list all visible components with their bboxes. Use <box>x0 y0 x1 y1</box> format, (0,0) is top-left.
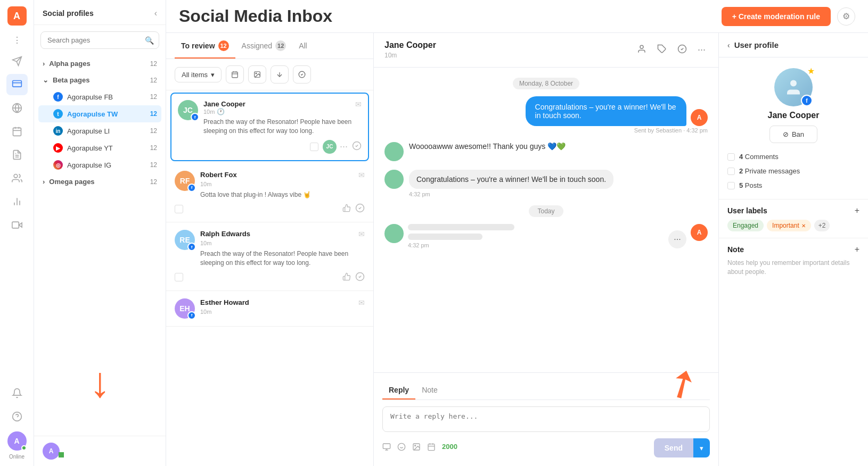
nav-people[interactable] <box>6 168 28 189</box>
sidebar-item-agorapulse-yt[interactable]: ▶ Agorapulse YT 12 <box>38 139 161 156</box>
outgoing-bubble: Congratulations – you're a winner! We'll… <box>526 96 686 126</box>
svg-marker-15 <box>19 223 22 227</box>
label-close-icon[interactable]: ✕ <box>801 223 806 229</box>
nav-bell[interactable] <box>6 382 28 404</box>
note-title: Note <box>727 245 744 254</box>
label-important[interactable]: Important ✕ <box>767 220 811 231</box>
sidebar-close-button[interactable]: ‹ <box>154 9 157 18</box>
esther-howard-avatar: EH f <box>175 298 195 319</box>
svg-point-34 <box>398 443 405 450</box>
message-options-button[interactable]: ··· <box>668 230 686 248</box>
sidebar-section: › Alpha pages 12 ⌄ Beta pages 12 f Agora… <box>34 55 166 190</box>
smiley-tool[interactable] <box>382 443 391 453</box>
like-button-robert[interactable] <box>342 204 351 214</box>
nav-help[interactable] <box>6 406 28 427</box>
sidebar-group-beta-label: ⌄ Beta pages <box>43 76 89 84</box>
message-card-robert-fox[interactable]: RF f Robert Fox 10m ✉ <box>166 163 373 223</box>
message-card-jane-cooper[interactable]: JC f Jane Cooper <box>170 93 369 161</box>
nav-video[interactable] <box>6 214 28 236</box>
incoming-time-2: 4:32 pm <box>409 191 613 197</box>
svg-point-30 <box>640 45 643 48</box>
label-engaged[interactable]: Engaged <box>727 220 764 231</box>
jane-checkbox[interactable] <box>310 143 318 151</box>
check-button-ralph[interactable] <box>355 272 365 283</box>
blurred-message: 4:32 pm ··· A <box>384 224 708 248</box>
ban-button[interactable]: ⊘ Ban <box>769 126 817 143</box>
label-icon[interactable] <box>655 42 669 59</box>
sender-avatar-2: A <box>691 224 708 241</box>
sidebar-group-omega[interactable]: › Omega pages 12 <box>38 173 161 190</box>
check-action-icon[interactable] <box>675 42 689 59</box>
blurred-time: 4:32 pm <box>408 242 514 248</box>
send-button[interactable]: Send <box>654 438 693 457</box>
reply-area: Reply Note <box>374 372 718 466</box>
sidebar-item-agorapulse-ig[interactable]: ◎ Agorapulse IG 12 <box>38 156 161 173</box>
tab-assigned[interactable]: Assigned 12 <box>235 33 293 59</box>
approve-button[interactable] <box>352 141 362 152</box>
sidebar-item-agorapulse-fb[interactable]: f Agorapulse FB 12 <box>38 88 161 105</box>
ralph-author: Ralph Edwards <box>200 230 250 238</box>
calendar-tool[interactable] <box>427 443 436 453</box>
conversation-panel: Jane Cooper 10m ··· <box>374 33 719 466</box>
nav-send[interactable] <box>6 51 28 72</box>
send-dropdown-button[interactable]: ▾ <box>693 438 710 457</box>
robert-checkbox[interactable] <box>175 205 183 213</box>
stat-posts[interactable]: 5 Posts <box>727 178 859 193</box>
comments-checkbox[interactable] <box>727 153 735 161</box>
image-filter-button[interactable] <box>248 65 266 84</box>
message-card-esther-howard[interactable]: EH f Esther Howard 10m ✉ <box>166 291 373 327</box>
reply-bottom: 2000 Send ▾ <box>382 438 710 457</box>
app-logo: A <box>7 6 27 26</box>
check-filter-button[interactable] <box>293 65 311 84</box>
nav-inbox[interactable] <box>6 74 28 95</box>
nav-document[interactable] <box>6 144 28 165</box>
incoming-bubble-2: Congratulations – you're a winner! We'll… <box>409 170 613 189</box>
more-actions-icon[interactable]: ··· <box>695 42 708 59</box>
menu-dots[interactable]: ⋮ <box>10 32 24 48</box>
all-items-dropdown[interactable]: All items ▾ <box>175 67 222 82</box>
sidebar-group-beta[interactable]: ⌄ Beta pages 12 <box>38 72 161 88</box>
profile-name: Jane Cooper <box>768 111 820 120</box>
icon-bar: A ⋮ <box>0 0 34 466</box>
label-more[interactable]: +2 <box>814 220 830 231</box>
stat-private-messages[interactable]: 2 Private messages <box>727 164 859 178</box>
tab-all[interactable]: All <box>292 34 314 57</box>
chevron-right-icon: › <box>43 60 45 68</box>
label-tags: Engaged Important ✕ +2 <box>727 220 859 231</box>
robert-time: 10m <box>200 181 211 187</box>
settings-icon[interactable]: ⚙ <box>837 7 855 26</box>
profile-back-button[interactable]: ‹ <box>727 41 730 49</box>
reply-input[interactable] <box>382 406 710 432</box>
stat-comments[interactable]: 4 Comments <box>727 149 859 164</box>
notes-section: Note + Notes help you remember important… <box>719 238 868 283</box>
sort-button[interactable] <box>271 65 289 84</box>
private-messages-checkbox[interactable] <box>727 168 735 175</box>
sidebar-item-agorapulse-li[interactable]: in Agorapulse LI 12 <box>38 122 161 139</box>
sidebar-group-alpha[interactable]: › Alpha pages 12 <box>38 55 161 72</box>
like-button-ralph[interactable] <box>342 272 351 282</box>
search-input[interactable] <box>40 31 159 49</box>
nav-globe[interactable] <box>6 97 28 119</box>
calendar-filter-button[interactable] <box>226 65 244 84</box>
more-options-icon[interactable]: ··· <box>340 141 348 152</box>
add-note-button[interactable]: + <box>855 245 859 254</box>
check-button-robert[interactable] <box>355 203 365 214</box>
image-tool[interactable] <box>412 443 421 453</box>
add-label-button[interactable]: + <box>855 206 859 215</box>
tab-to-review[interactable]: To review 12 <box>175 33 235 59</box>
sidebar-item-agorapulse-tw[interactable]: t Agorapulse TW 12 <box>38 105 161 122</box>
sidebar-group-omega-label: › Omega pages <box>43 178 95 186</box>
reply-tab[interactable]: Reply <box>382 381 415 400</box>
create-moderation-button[interactable]: + Create moderation rule <box>722 7 831 26</box>
page-title: Social Media Inbox <box>179 6 332 26</box>
li-count: 12 <box>150 127 157 135</box>
message-card-ralph-edwards[interactable]: RE f Ralph Edwards 10m ✉ <box>166 222 373 291</box>
nav-chart[interactable] <box>6 191 28 212</box>
nav-calendar[interactable] <box>6 121 28 142</box>
user-profile-icon[interactable] <box>635 42 649 59</box>
posts-checkbox[interactable] <box>727 182 735 189</box>
emoji-tool[interactable] <box>397 443 406 453</box>
ralph-checkbox[interactable] <box>175 273 183 281</box>
note-tab[interactable]: Note <box>415 381 444 400</box>
svg-rect-33 <box>383 444 390 448</box>
